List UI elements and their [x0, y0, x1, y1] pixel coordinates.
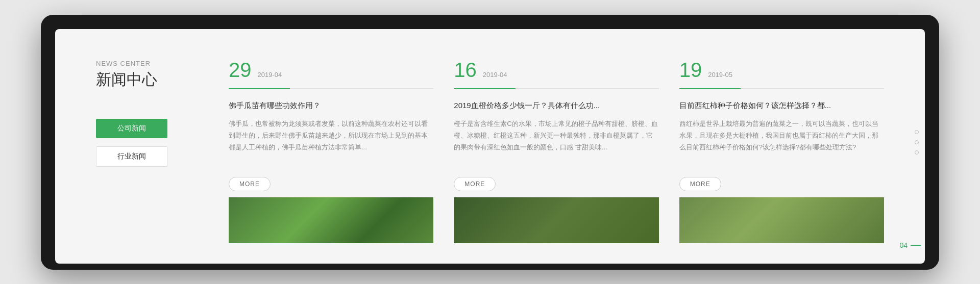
- news-date-row-2: 16 2019-04: [454, 60, 658, 80]
- news-date-row-1: 29 2019-04: [229, 60, 433, 80]
- sidebar: NEWS CENTER 新闻中心 公司新闻 行业新闻: [96, 60, 198, 243]
- nav-dot-2[interactable]: [915, 140, 919, 144]
- industry-news-button[interactable]: 行业新闻: [96, 146, 167, 167]
- news-title-1: 佛手瓜苗有哪些功效作用？: [229, 99, 433, 112]
- news-center-label: NEWS CENTER 新闻中心: [96, 60, 198, 90]
- news-day-3: 19: [679, 60, 702, 80]
- more-button-1[interactable]: MORE: [229, 177, 271, 191]
- more-button-3[interactable]: MORE: [679, 177, 721, 191]
- bottom-indicator: 04: [899, 241, 921, 249]
- company-news-button[interactable]: 公司新闻: [96, 119, 167, 138]
- news-month-1: 2019-04: [258, 71, 282, 79]
- news-title-3: 目前西红柿种子价格如何？该怎样选择？都...: [679, 99, 884, 112]
- nav-dot-1[interactable]: [915, 130, 919, 134]
- news-divider-2: [454, 88, 658, 89]
- news-title-2: 2019血橙价格多少钱一斤？具体有什么功...: [454, 99, 658, 112]
- news-divider-1: [229, 88, 433, 89]
- news-excerpt-3: 西红柿是世界上栽培最为普遍的蔬菜之一，既可以当蔬菜，也可以当水果，且现在多是大棚…: [679, 118, 884, 168]
- content-area: NEWS CENTER 新闻中心 公司新闻 行业新闻 29 2019-04 佛手…: [55, 29, 925, 264]
- news-day-1: 29: [229, 60, 252, 80]
- news-grid: 29 2019-04 佛手瓜苗有哪些功效作用？ 佛手瓜，也常被称为龙须菜或者发菜…: [229, 60, 884, 243]
- news-month-2: 2019-04: [483, 71, 507, 79]
- news-card-2: 16 2019-04 2019血橙价格多少钱一斤？具体有什么功... 橙子是富含…: [454, 60, 658, 243]
- news-month-3: 2019-05: [708, 71, 732, 79]
- news-day-2: 16: [454, 60, 477, 80]
- nav-dot-3[interactable]: [915, 150, 919, 154]
- more-button-2[interactable]: MORE: [454, 177, 496, 191]
- indicator-dash-line: [911, 245, 921, 246]
- news-thumbnail-3: [679, 197, 884, 243]
- indicator-number: 04: [899, 241, 908, 249]
- news-excerpt-1: 佛手瓜，也常被称为龙须菜或者发菜，以前这种蔬菜在农村还可以看到野生的，后来野生佛…: [229, 118, 433, 168]
- news-divider-3: [679, 88, 884, 89]
- news-center-en-label: NEWS CENTER: [96, 60, 198, 67]
- news-date-row-3: 19 2019-05: [679, 60, 884, 80]
- screen: NEWS CENTER 新闻中心 公司新闻 行业新闻 29 2019-04 佛手…: [55, 29, 925, 264]
- news-card-3: 19 2019-05 目前西红柿种子价格如何？该怎样选择？都... 西红柿是世界…: [679, 60, 884, 243]
- side-nav: [915, 130, 919, 154]
- news-card-1: 29 2019-04 佛手瓜苗有哪些功效作用？ 佛手瓜，也常被称为龙须菜或者发菜…: [229, 60, 433, 243]
- laptop-frame: NEWS CENTER 新闻中心 公司新闻 行业新闻 29 2019-04 佛手…: [41, 15, 939, 270]
- news-center-zh-label: 新闻中心: [96, 69, 198, 90]
- news-thumbnail-2: [454, 197, 658, 243]
- news-excerpt-2: 橙子是富含维生素C的水果，市场上常见的橙子品种有甜橙、脐橙、血橙、冰糖橙、红橙这…: [454, 118, 658, 168]
- news-thumbnail-1: [229, 197, 433, 243]
